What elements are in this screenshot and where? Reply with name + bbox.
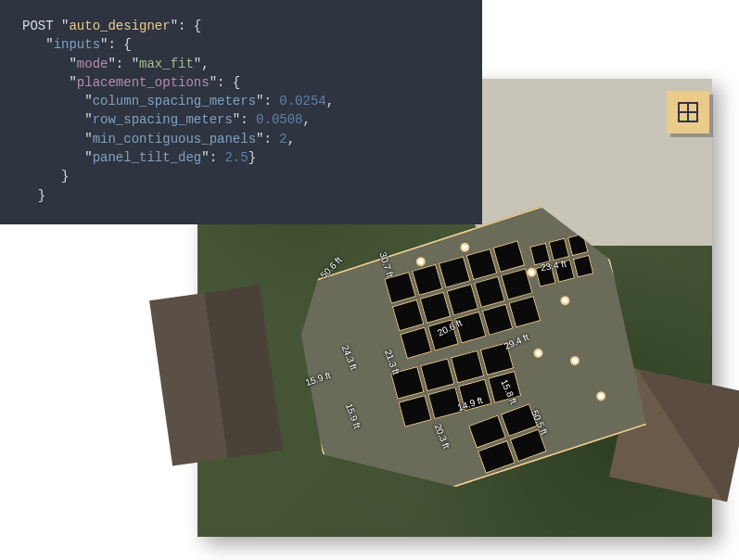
code-value: 0.0254 (279, 94, 325, 108)
code-value: 0.0508 (256, 112, 302, 127)
code-value: max_fit (139, 57, 194, 71)
code-key: min_contiguous_panels (93, 132, 256, 146)
grid-badge-button[interactable] (667, 91, 709, 134)
code-key: panel_tilt_deg (93, 150, 202, 165)
code-key: inputs (54, 37, 100, 52)
grid-icon (678, 102, 698, 122)
code-value: 2 (279, 132, 287, 146)
code-key: mode (77, 57, 108, 71)
neighbor-roof-left (149, 286, 283, 466)
code-key: column_spacing_meters (93, 94, 256, 108)
code-key: auto_designer (69, 19, 170, 33)
code-key: placement_options (77, 75, 210, 90)
http-method: POST (22, 19, 54, 33)
code-value: 2.5 (224, 150, 248, 165)
code-key: row_spacing_meters (93, 112, 233, 127)
api-code-panel: POST "auto_designer": { "inputs": { "mod… (0, 0, 482, 224)
